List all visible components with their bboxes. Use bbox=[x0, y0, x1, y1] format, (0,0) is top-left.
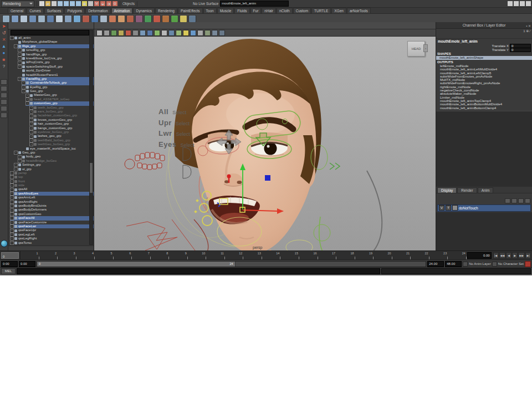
frame-tick[interactable]: 13 bbox=[243, 251, 262, 260]
rig-select-button[interactable]: Select bbox=[176, 131, 190, 137]
expand-toggle-icon[interactable]: + bbox=[10, 204, 14, 208]
outliner-item[interactable]: + all_anim bbox=[10, 36, 94, 40]
outliner-item[interactable]: + qssFaceCustomize bbox=[10, 221, 94, 224]
frame-tick[interactable]: 2 bbox=[39, 251, 58, 260]
expand-toggle-icon[interactable]: + bbox=[22, 89, 25, 93]
shelf-icon[interactable] bbox=[109, 15, 116, 23]
viewport-toolbar-icon[interactable] bbox=[204, 30, 211, 36]
new-layer-icon[interactable] bbox=[505, 198, 510, 203]
viewport-3d-canvas[interactable]: All Select Upr Select Lwr Select Eyes Se… bbox=[94, 37, 436, 250]
expand-toggle-icon[interactable]: + bbox=[29, 122, 33, 126]
layer-visibility-toggle[interactable]: V bbox=[439, 205, 444, 211]
transport-button[interactable]: ◀◀ bbox=[499, 252, 506, 259]
frame-tick[interactable]: 11 bbox=[206, 251, 225, 260]
current-time-field[interactable]: 0.00 bbox=[467, 252, 492, 259]
scrollbar-thumb[interactable] bbox=[90, 163, 93, 193]
shelf-tab[interactable]: Dynamics bbox=[133, 8, 155, 13]
shelf-tab[interactable]: nHair bbox=[262, 8, 276, 13]
outliner-item[interactable]: + qssArmLeft bbox=[10, 196, 94, 200]
command-input-field[interactable] bbox=[17, 268, 380, 274]
shelf-tab[interactable]: Animation bbox=[111, 8, 133, 13]
layout-shortcut-button[interactable] bbox=[1, 93, 7, 98]
expand-toggle-icon[interactable]: + bbox=[29, 118, 33, 122]
frame-tick[interactable]: 10 bbox=[188, 251, 207, 260]
expand-toggle-icon[interactable]: + bbox=[18, 65, 22, 69]
expand-toggle-icon[interactable]: + bbox=[18, 155, 22, 159]
outliner-item[interactable]: + eyebrow_boGeo_grp bbox=[29, 130, 94, 134]
outliner-item[interactable]: + spaceSwitchingStuff_grp bbox=[18, 65, 94, 69]
status-icon[interactable]: ⬙ bbox=[100, 1, 105, 6]
status-icon[interactable]: ▯ bbox=[39, 1, 44, 6]
outliner-item[interactable]: + qssArmRight bbox=[10, 200, 94, 204]
tool-icon[interactable]: ➤ bbox=[1, 23, 7, 29]
new-empty-layer-icon[interactable] bbox=[511, 198, 517, 203]
rig-select-button[interactable]: Select bbox=[180, 142, 194, 148]
outliner-item[interactable]: + Settings_grp bbox=[14, 163, 94, 167]
shelf-icon[interactable] bbox=[2, 15, 10, 23]
viewport-toolbar-icon[interactable] bbox=[125, 30, 131, 36]
outliner-item[interactable]: + hair_customGeo_grp bbox=[29, 122, 94, 126]
status-icon[interactable]: ⚙ bbox=[112, 1, 117, 6]
frame-tick[interactable]: 20 bbox=[374, 251, 392, 260]
outliner-item[interactable]: + Geo_grp bbox=[22, 89, 94, 93]
frame-tick[interactable]: 12 bbox=[225, 251, 244, 260]
expand-toggle-icon[interactable]: + bbox=[10, 192, 14, 196]
expand-toggle-icon[interactable]: + bbox=[10, 229, 14, 233]
tool-icon[interactable]: ▲ bbox=[1, 43, 7, 49]
status-icon[interactable]: ⬗ bbox=[106, 1, 111, 6]
viewport-toolbar-icon[interactable] bbox=[161, 30, 167, 36]
expand-toggle-icon[interactable]: + bbox=[18, 48, 22, 52]
outliner-item[interactable]: + body_geo bbox=[18, 155, 94, 158]
display-layer-row[interactable]: V T doNotTouch bbox=[437, 204, 531, 212]
viewport-toolbar-icon[interactable] bbox=[118, 30, 124, 36]
shelf-icon[interactable] bbox=[82, 15, 90, 23]
outliner-item[interactable]: + qssLegRight bbox=[10, 237, 94, 241]
shelf-icon[interactable] bbox=[171, 15, 178, 23]
shelf-tab[interactable]: TURTLE bbox=[311, 8, 331, 13]
layout-shortcut-button[interactable] bbox=[1, 112, 7, 118]
tool-icon[interactable]: ● bbox=[1, 50, 7, 56]
status-icon[interactable]: ⟲ bbox=[88, 1, 93, 6]
status-icon[interactable]: ⌗ bbox=[64, 1, 69, 6]
playback-start-field[interactable]: 0.00 bbox=[19, 261, 35, 267]
shelf-icon[interactable] bbox=[29, 15, 37, 23]
panel-toggle-icon[interactable]: ▧ bbox=[520, 1, 525, 6]
frame-tick[interactable]: 24 bbox=[448, 251, 467, 260]
tool-icon[interactable]: ✕ bbox=[1, 37, 7, 43]
shelf-tab[interactable]: Polygons bbox=[64, 8, 85, 13]
outliner-item[interactable]: + Geo_grp bbox=[14, 151, 94, 155]
outliner-item[interactable]: + ikProjCntrls_grp bbox=[18, 60, 94, 64]
expand-toggle-icon[interactable]: + bbox=[10, 183, 14, 187]
frame-tick[interactable]: 7 bbox=[132, 251, 151, 260]
frame-tick[interactable]: 16 bbox=[299, 251, 318, 260]
outliner-item[interactable]: + brows_customGeo_grp bbox=[29, 118, 94, 122]
shelf-tab[interactable]: Deformation bbox=[85, 8, 110, 13]
shelf-tab[interactable]: Toon bbox=[203, 8, 217, 13]
outliner-item[interactable]: + customGeo_grp bbox=[25, 101, 94, 105]
outliner-item[interactable]: + ConstrainMeToNeck_grp bbox=[22, 81, 94, 85]
current-frame-marker[interactable]: 0 bbox=[1, 252, 19, 259]
expand-toggle-icon[interactable]: + bbox=[29, 106, 33, 110]
shelf-icon[interactable] bbox=[38, 15, 45, 23]
frame-tick[interactable]: 17 bbox=[318, 251, 337, 260]
outliner-item[interactable]: + qssBodyBindJoints bbox=[10, 204, 94, 208]
outliner-item[interactable]: + teethGeo_boGeo_grp bbox=[29, 142, 94, 146]
status-icon[interactable]: ⚒ bbox=[94, 1, 99, 6]
outliner-item[interactable]: + MasterGeo_grp bbox=[25, 93, 94, 97]
frame-tick[interactable]: 9 bbox=[169, 251, 188, 260]
shelf-icon[interactable] bbox=[11, 15, 19, 23]
expand-toggle-icon[interactable]: + bbox=[18, 77, 22, 81]
outliner-item[interactable]: + qssAll bbox=[10, 187, 94, 191]
expand-toggle-icon[interactable]: + bbox=[10, 216, 14, 220]
transport-button[interactable]: ▶ bbox=[512, 252, 518, 259]
outliner-item[interactable]: + FacialRig_grp bbox=[18, 77, 94, 81]
transport-button[interactable]: |◀ bbox=[493, 252, 499, 259]
shelf-tab[interactable]: Curves bbox=[27, 8, 44, 13]
expand-toggle-icon[interactable]: + bbox=[14, 44, 18, 48]
shelf-icon[interactable] bbox=[180, 15, 187, 23]
shelf-icon[interactable] bbox=[188, 15, 196, 23]
outliner-item[interactable]: + front bbox=[10, 180, 94, 183]
shelf-icon[interactable] bbox=[117, 15, 125, 23]
range-slider-track[interactable]: 0 24 bbox=[37, 261, 426, 267]
transport-button[interactable]: ▶▶ bbox=[518, 252, 525, 259]
